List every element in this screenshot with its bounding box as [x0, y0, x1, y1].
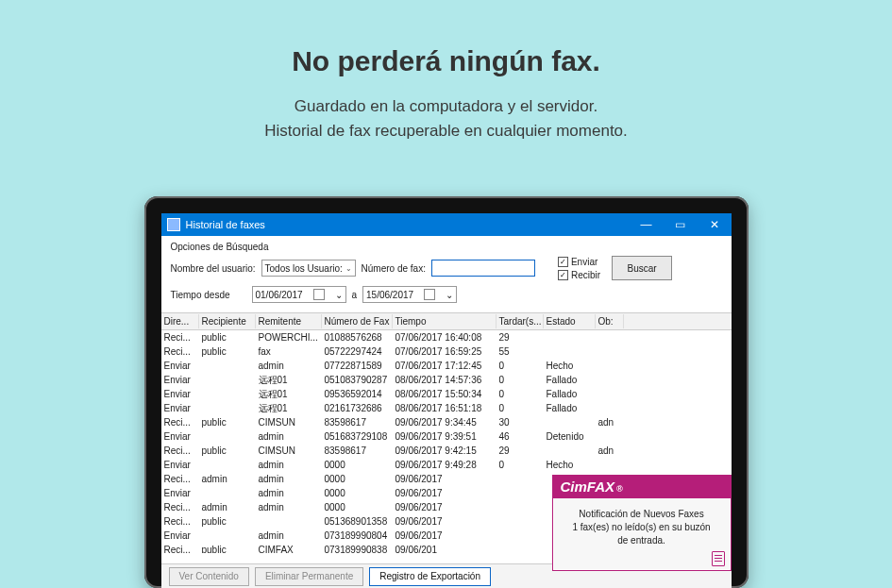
- table-cell: admin: [256, 430, 322, 443]
- table-cell: Fallado: [544, 374, 596, 386]
- table-cell: 051368901358: [322, 515, 393, 528]
- table-row[interactable]: Enviaradmin000009/06/2017 9:49:280Hecho: [161, 458, 732, 472]
- table-cell: [496, 493, 544, 495]
- delete-permanent-button[interactable]: Eliminar Permanente: [255, 567, 363, 586]
- table-cell: Hecho: [544, 459, 596, 471]
- table-cell: 29: [496, 445, 544, 457]
- table-cell: [496, 549, 544, 551]
- table-cell: admin: [199, 473, 256, 485]
- hero-subtitle: Guardado en la computadora y el servidor…: [0, 94, 892, 143]
- column-header[interactable]: Recipiente: [199, 314, 256, 328]
- table-row[interactable]: Enviaradmin05168372910809/06/2017 9:39:5…: [161, 429, 732, 444]
- table-cell: Reci...: [161, 345, 199, 358]
- faxnum-label: Número de fax:: [362, 263, 426, 274]
- table-cell: 09/06/2017: [393, 515, 496, 528]
- table-cell: public: [199, 544, 256, 553]
- send-checkbox[interactable]: ✓ Enviar: [558, 257, 600, 267]
- column-header[interactable]: Tardar(s...: [496, 314, 544, 328]
- table-cell: Enviar: [161, 402, 199, 414]
- table-cell: CIMSUN: [256, 445, 322, 457]
- table-cell: 09/06/2017 9:42:15: [393, 445, 496, 457]
- table-row[interactable]: Enviar远程010216173268608/06/2017 16:51:18…: [161, 401, 732, 415]
- user-dropdown[interactable]: Todos los Usuario: ⌄: [261, 260, 356, 277]
- table-row[interactable]: Enviaradmin0772287158907/06/2017 17:12:4…: [161, 359, 732, 373]
- date-from-input[interactable]: 01/06/2017 ⌄: [252, 286, 346, 303]
- column-header[interactable]: Tiempo: [393, 314, 496, 328]
- user-dropdown-value: Todos los Usuario:: [265, 263, 343, 274]
- table-cell: [256, 521, 322, 523]
- table-cell: adn: [596, 445, 624, 457]
- table-cell: Reci...: [161, 331, 199, 344]
- table-row[interactable]: Enviar远程0105108379028708/06/2017 14:57:3…: [161, 373, 732, 387]
- view-content-button[interactable]: Ver Contenido: [169, 567, 249, 586]
- table-cell: POWERCHI...: [256, 331, 322, 344]
- notification-line2: 1 fax(es) no leído(s) en su buzón: [561, 521, 723, 534]
- column-header[interactable]: Dire...: [161, 314, 199, 328]
- search-button[interactable]: Buscar: [612, 256, 672, 280]
- table-cell: 07/06/2017 16:59:25: [393, 345, 496, 358]
- table-cell: 远程01: [256, 387, 322, 402]
- table-cell: admin: [256, 360, 322, 372]
- table-row[interactable]: Reci...publicCIMSUN8359861709/06/2017 9:…: [161, 415, 732, 429]
- export-log-button[interactable]: Registro de Exportación: [369, 567, 491, 586]
- table-cell: 83598617: [322, 416, 393, 428]
- table-row[interactable]: Enviar远程010953659201408/06/2017 15:50:34…: [161, 387, 732, 401]
- table-row[interactable]: Reci...publicCIMSUN8359861709/06/2017 9:…: [161, 444, 732, 458]
- chevron-down-icon: ⌄: [446, 290, 453, 300]
- table-cell: 08/06/2017 15:50:34: [393, 388, 496, 400]
- minimize-button[interactable]: —: [630, 213, 664, 236]
- table-cell: 08/06/2017 14:57:36: [393, 374, 496, 386]
- table-cell: 0000: [322, 459, 393, 471]
- column-header[interactable]: Estado: [544, 314, 596, 328]
- table-cell: 09536592014: [322, 388, 393, 400]
- column-header[interactable]: Ob:: [596, 314, 624, 328]
- table-cell: [199, 379, 256, 381]
- table-cell: 09/06/2017 9:39:51: [393, 430, 496, 443]
- table-cell: [596, 379, 624, 381]
- column-header[interactable]: Remitente: [256, 314, 322, 328]
- notification-body: Notificación de Nuevos Faxes 1 fax(es) n…: [553, 498, 731, 570]
- table-cell: 02161732686: [322, 402, 393, 414]
- calendar-icon: [313, 289, 325, 300]
- table-cell: [596, 436, 624, 438]
- table-cell: [596, 464, 624, 466]
- table-cell: Enviar: [161, 529, 199, 542]
- table-cell: public: [199, 345, 256, 358]
- faxnum-input[interactable]: [431, 260, 535, 277]
- table-row[interactable]: Reci...publicfax0572229742407/06/2017 16…: [161, 344, 732, 359]
- checkbox-icon: ✓: [558, 270, 568, 280]
- table-cell: [199, 464, 256, 466]
- table-cell: admin: [256, 501, 322, 513]
- table-cell: 09/06/2017 9:49:28: [393, 459, 496, 471]
- notification-line1: Notificación de Nuevos Faxes: [561, 508, 723, 521]
- table-cell: [199, 408, 256, 410]
- search-panel: Opciones de Búsqueda Nombre del usuario:…: [161, 236, 732, 312]
- calendar-icon: [424, 289, 435, 300]
- notification-line3: de entrada.: [561, 534, 723, 547]
- close-button[interactable]: ✕: [698, 213, 732, 236]
- table-header: Dire...RecipienteRemitenteNúmero de FaxT…: [161, 313, 732, 330]
- hero-line1: Guardado en la computadora y el servidor…: [0, 94, 892, 119]
- table-row[interactable]: Reci...publicPOWERCHI...0108857626807/06…: [161, 330, 732, 344]
- table-cell: [596, 408, 624, 410]
- maximize-button[interactable]: ▭: [664, 213, 698, 236]
- receive-checkbox[interactable]: ✓ Recibir: [558, 270, 600, 280]
- registered-icon: ®: [616, 484, 623, 494]
- chevron-down-icon: ⌄: [345, 264, 352, 273]
- table-cell: Reci...: [161, 501, 199, 513]
- table-cell: 83598617: [322, 445, 393, 457]
- window-title: Historial de faxes: [186, 219, 265, 230]
- date-to-input[interactable]: 15/06/2017 ⌄: [362, 286, 457, 303]
- table-cell: Enviar: [161, 374, 199, 386]
- table-cell: 09/06/2017: [393, 473, 496, 485]
- receive-checkbox-label: Recibir: [571, 270, 600, 280]
- table-cell: CIMFAX: [256, 544, 322, 553]
- date-to-value: 15/06/2017: [366, 290, 413, 300]
- table-cell: 远程01: [256, 373, 322, 388]
- table-cell: 08/06/2017 16:51:18: [393, 402, 496, 414]
- column-header[interactable]: Número de Fax: [322, 314, 393, 328]
- app-window: Historial de faxes — ▭ ✕ Opciones de Bús…: [161, 213, 732, 588]
- notification-popup[interactable]: CimFAX ® Notificación de Nuevos Faxes 1 …: [552, 475, 732, 571]
- table-cell: Detenido: [544, 430, 596, 443]
- table-cell: public: [199, 416, 256, 428]
